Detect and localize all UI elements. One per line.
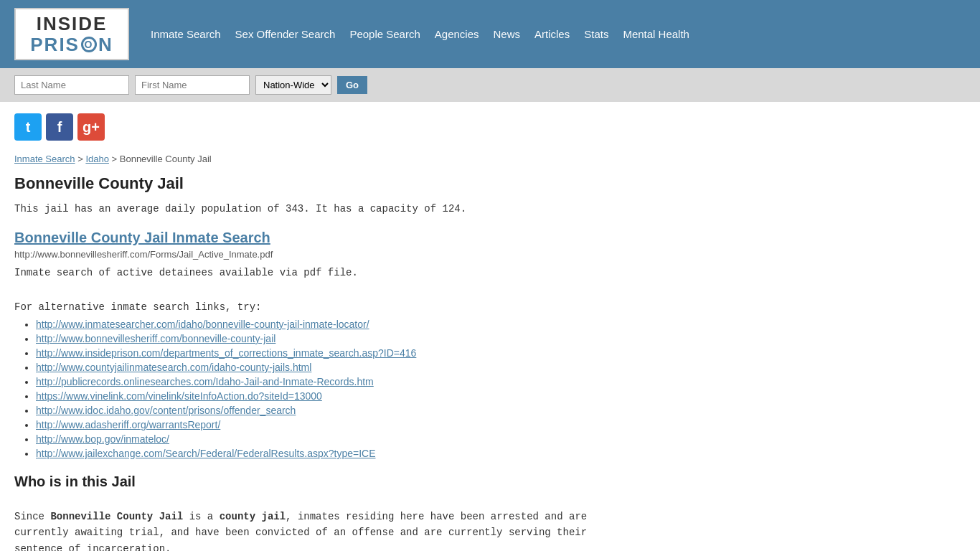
nav-item-articles[interactable]: Articles: [534, 28, 570, 40]
logo-prison-text: PRISON: [23, 34, 121, 55]
logo-o: O: [81, 37, 97, 52]
description: This jail has an average daily populatio…: [14, 202, 631, 217]
list-item: http://www.bop.gov/inmateloc/: [36, 433, 631, 445]
nav-item-mental-health[interactable]: Mental Health: [623, 28, 689, 40]
alt-link[interactable]: https://www.vinelink.com/vinelink/siteIn…: [36, 390, 322, 402]
alt-link[interactable]: http://publicrecords.onlinesearches.com/…: [36, 376, 374, 387]
alt-link[interactable]: http://www.bop.gov/inmateloc/: [36, 433, 169, 445]
header: INSIDE PRISON Inmate SearchSex Offender …: [0, 0, 980, 68]
nav-item-agencies[interactable]: Agencies: [435, 28, 479, 40]
alt-link[interactable]: http://www.idoc.idaho.gov/content/prison…: [36, 405, 296, 416]
breadcrumb: Inmate Search > Idaho > Bonneville Count…: [14, 154, 631, 164]
search-bar: Nation-Wide Go: [0, 68, 980, 102]
pdf-url: http://www.bonnevillesheriff.com/Forms/J…: [14, 249, 631, 260]
list-item: http://www.adasheriff.org/warrantsReport…: [36, 419, 631, 430]
breadcrumb-idaho[interactable]: Idaho: [85, 154, 109, 164]
nav-item-inmate-search[interactable]: Inmate Search: [151, 28, 221, 40]
list-item: http://www.insideprison.com/departments_…: [36, 347, 631, 359]
last-name-input[interactable]: [14, 75, 129, 95]
alt-link[interactable]: http://www.insideprison.com/departments_…: [36, 347, 416, 359]
first-name-input[interactable]: [135, 75, 250, 95]
inmate-search-link[interactable]: Bonneville County Jail Inmate Search: [14, 230, 631, 246]
list-item: http://www.inmatesearcher.com/idaho/bonn…: [36, 319, 631, 330]
list-item: http://www.countyjailinmatesearch.com/id…: [36, 362, 631, 373]
alt-link[interactable]: http://www.jailexchange.com/Search/Feder…: [36, 448, 376, 459]
google-plus-icon[interactable]: g+: [77, 113, 105, 141]
list-item: http://www.jailexchange.com/Search/Feder…: [36, 448, 631, 459]
breadcrumb-inmate-search[interactable]: Inmate Search: [14, 154, 75, 164]
social-icons: t f g+: [0, 102, 980, 146]
alt-links-list: http://www.inmatesearcher.com/idaho/bonn…: [36, 319, 631, 459]
alt-link[interactable]: http://www.inmatesearcher.com/idaho/bonn…: [36, 319, 369, 330]
facebook-icon[interactable]: f: [46, 113, 73, 141]
page-title: Bonneville County Jail: [14, 174, 631, 193]
list-item: http://www.idoc.idaho.gov/content/prison…: [36, 405, 631, 416]
logo[interactable]: INSIDE PRISON: [14, 8, 129, 60]
alt-links-label: For alternative inmate search links, try…: [14, 301, 631, 313]
location-dropdown[interactable]: Nation-Wide: [255, 75, 331, 95]
list-item: http://publicrecords.onlinesearches.com/…: [36, 376, 631, 387]
twitter-icon[interactable]: t: [14, 113, 42, 141]
who-desc: Since Bonneville County Jail is a county…: [14, 509, 631, 551]
nav-item-people-search[interactable]: People Search: [349, 28, 420, 40]
main-nav: Inmate SearchSex Offender SearchPeople S…: [151, 28, 689, 40]
breadcrumb-current: Bonneville County Jail: [120, 154, 212, 164]
list-item: http://www.bonnevillesheriff.com/bonnevi…: [36, 333, 631, 344]
alt-link[interactable]: http://www.bonnevillesheriff.com/bonnevi…: [36, 333, 275, 344]
nav-item-stats[interactable]: Stats: [584, 28, 608, 40]
who-title: Who is in this Jail: [14, 474, 631, 490]
list-item: https://www.vinelink.com/vinelink/siteIn…: [36, 390, 631, 402]
main-content: Inmate Search > Idaho > Bonneville Count…: [0, 146, 646, 551]
nav-item-news[interactable]: News: [494, 28, 521, 40]
search-note: Inmate search of active detainees availa…: [14, 267, 631, 278]
alt-link[interactable]: http://www.adasheriff.org/warrantsReport…: [36, 419, 220, 430]
nav-item-sex-offender-search[interactable]: Sex Offender Search: [235, 28, 336, 40]
alt-link[interactable]: http://www.countyjailinmatesearch.com/id…: [36, 362, 311, 373]
go-button[interactable]: Go: [337, 76, 367, 94]
logo-inside-text: INSIDE: [23, 14, 121, 34]
